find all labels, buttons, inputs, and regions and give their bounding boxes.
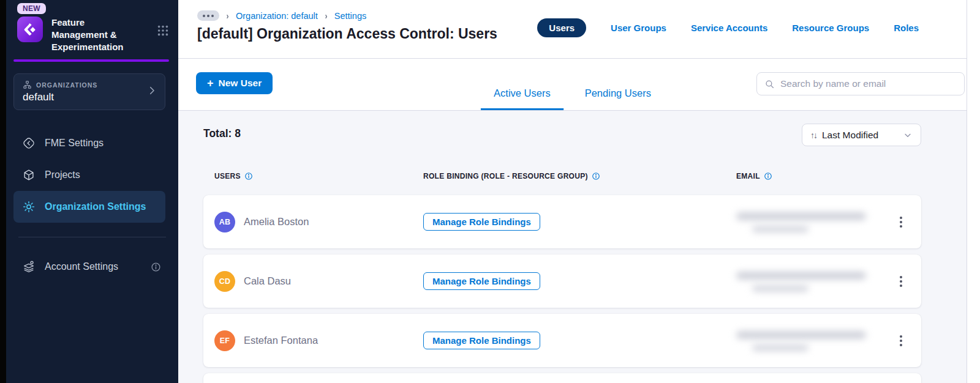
search-box — [756, 72, 965, 95]
sort-dropdown[interactable]: ↑↓ Last Modified — [802, 124, 921, 146]
new-user-button[interactable]: + New User — [196, 72, 273, 94]
organization-value: default — [23, 91, 144, 103]
email-redacted — [736, 327, 877, 355]
user-view-tabs: Active Users Pending Users — [477, 87, 668, 110]
sidebar-item-label: Projects — [45, 169, 80, 180]
breadcrumb: › Organization: default › Settings — [197, 10, 366, 21]
tab-users[interactable]: Users — [537, 18, 586, 37]
organizations-icon — [23, 80, 32, 89]
sidebar-item-label: Organization Settings — [45, 201, 146, 212]
app-logo-icon — [17, 17, 43, 42]
app-title: Feature Management & Experimentation — [51, 17, 136, 53]
purple-accent-line — [13, 59, 169, 62]
sidebar-item-label: Account Settings — [45, 261, 118, 272]
table-row: AB Amelia Boston Manage Role Bindings — [203, 195, 921, 248]
user-name: Amelia Boston — [244, 216, 309, 228]
avatar: EF — [214, 330, 235, 351]
row-menu-kebab-icon[interactable] — [892, 332, 910, 350]
chevron-right-icon — [146, 85, 157, 99]
sidebar-item-organization-settings[interactable]: Organization Settings — [13, 191, 165, 223]
cube-icon — [22, 168, 36, 182]
avatar: AB — [214, 212, 235, 232]
table-row: CD Cala Dasu Manage Role Bindings — [203, 255, 921, 308]
manage-role-bindings-button[interactable]: Manage Role Bindings — [423, 272, 540, 290]
row-menu-kebab-icon[interactable] — [892, 213, 910, 231]
user-name: Cala Dasu — [244, 275, 291, 287]
page-title: [default] Organization Access Control: U… — [197, 26, 497, 42]
tab-resource-groups[interactable]: Resource Groups — [792, 23, 869, 33]
new-user-button-label: New User — [219, 78, 262, 89]
tab-roles[interactable]: Roles — [894, 23, 919, 33]
user-name: Estefan Fontana — [244, 335, 318, 346]
split-outline-icon — [22, 136, 36, 150]
info-icon[interactable] — [244, 172, 253, 180]
email-redacted — [736, 267, 877, 296]
total-count: Total: 8 — [203, 127, 241, 140]
toolbar: + New User Active Users Pending Users — [178, 59, 967, 111]
row-menu-kebab-icon[interactable] — [892, 272, 910, 291]
table-header-row: USERS ROLE BINDING (ROLE - RESOURCE GROU… — [203, 172, 921, 180]
tab-pending-users[interactable]: Pending Users — [571, 87, 665, 110]
grid-menu-icon[interactable] — [156, 24, 170, 40]
organizations-label: ORGANIZATIONS — [36, 81, 97, 89]
new-badge: NEW — [17, 3, 46, 14]
right-gutter — [967, 0, 980, 383]
sidebar-item-account-settings[interactable]: Account Settings — [6, 251, 178, 283]
breadcrumb-ellipsis-icon[interactable] — [197, 10, 219, 21]
column-header-role-binding: ROLE BINDING (ROLE - RESOURCE GROUP) — [423, 172, 736, 180]
users-table: USERS ROLE BINDING (ROLE - RESOURCE GROU… — [203, 172, 921, 383]
breadcrumb-link-organization[interactable]: Organization: default — [236, 11, 318, 21]
column-header-email: EMAIL — [736, 172, 910, 180]
page-header: › Organization: default › Settings [defa… — [178, 0, 967, 59]
email-redacted — [736, 208, 877, 236]
sidebar-divider — [18, 237, 166, 237]
tab-active-users[interactable]: Active Users — [480, 87, 564, 110]
plus-icon: + — [207, 78, 214, 89]
gear-icon — [22, 200, 36, 214]
organization-selector[interactable]: ORGANIZATIONS default — [13, 73, 165, 110]
column-header-users: USERS — [214, 172, 423, 180]
chevron-down-icon — [903, 130, 913, 140]
users-content: Total: 8 ↑↓ Last Modified USERS ROLE BIN… — [178, 111, 967, 383]
screen-edge — [0, 0, 6, 383]
sort-label: Last Modified — [822, 130, 878, 141]
manage-role-bindings-button[interactable]: Manage Role Bindings — [423, 332, 540, 349]
breadcrumb-link-settings[interactable]: Settings — [334, 11, 366, 21]
table-row-partial — [203, 373, 921, 383]
sort-arrows-icon: ↑↓ — [810, 130, 816, 140]
tab-service-accounts[interactable]: Service Accounts — [691, 23, 767, 33]
access-control-tabs: Users User Groups Service Accounts Resou… — [537, 18, 919, 37]
sidebar-item-fme-settings[interactable]: FME Settings — [6, 127, 178, 159]
search-input[interactable] — [780, 78, 958, 89]
info-icon[interactable] — [592, 172, 600, 180]
sidebar-item-projects[interactable]: Projects — [6, 159, 178, 191]
tab-user-groups[interactable]: User Groups — [611, 23, 666, 33]
sidebar-nav: FME Settings Projects Organization Setti… — [6, 127, 178, 283]
table-row: EF Estefan Fontana Manage Role Bindings — [203, 314, 921, 367]
sidebar-item-label: FME Settings — [45, 138, 104, 149]
chevron-separator-icon: › — [227, 10, 229, 21]
layers-gear-icon — [22, 260, 36, 273]
search-icon — [764, 79, 775, 89]
avatar: CD — [214, 271, 235, 292]
main-area: › Organization: default › Settings [defa… — [178, 0, 967, 383]
info-icon[interactable] — [764, 172, 772, 180]
chevron-separator-icon: › — [325, 10, 327, 21]
info-icon[interactable] — [151, 262, 161, 272]
manage-role-bindings-button[interactable]: Manage Role Bindings — [423, 213, 540, 231]
sidebar: NEW Feature Management & Experimentation — [6, 0, 178, 383]
